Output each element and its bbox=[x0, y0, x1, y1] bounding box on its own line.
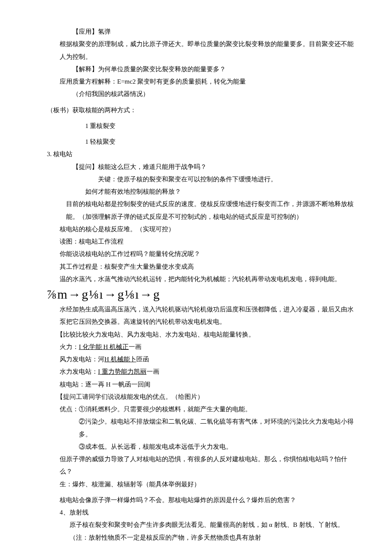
paragraph: 读图：核电站工作流程 bbox=[47, 235, 354, 248]
paragraph: 应用质量方程解释：E=mc2 聚变时有更多的质量损耗，转化为能量 bbox=[47, 76, 354, 88]
heading-question: 【提问工请同学们说说核能发电的优点。（给图片） bbox=[47, 391, 354, 403]
paragraph: （介绍我国的核武器情况） bbox=[47, 88, 354, 100]
heading-application: 【应用】氢弹 bbox=[47, 26, 354, 38]
paragraph: 原子核在裂变和聚变时会产生许多肉眼无法看见、能量很高的射线，如 α 射线、B 射… bbox=[47, 519, 354, 544]
paragraph: 水经加热生成高温高压蒸汽，送入汽轮机驱动汽轮机做功后温度和压强都降低，进入冷凝器… bbox=[47, 303, 354, 328]
line-wind: 风力发电站：河H 机械能卜匝函 bbox=[47, 353, 354, 366]
underline-text: I 化学能 H 机械正 bbox=[79, 343, 129, 350]
underline-text: I 重力势能力凯丽 bbox=[98, 368, 147, 375]
paragraph: 温的水蒸汽，水蒸气推动汽轮机运转，把内能转化为机械能；汽轮机再带动发电机发电，得… bbox=[47, 273, 354, 285]
section-heading-3: 3. 核电站 bbox=[47, 148, 354, 160]
paragraph: 根据核聚变的原理制成，威力比原子弹还大。即单位质量的聚变比裂变释放的能量要多。目… bbox=[47, 38, 354, 63]
section-heading-4: 4、放射线 bbox=[47, 506, 354, 519]
paragraph: 其工作过程是：核裂变产生大量热量使水变成高 bbox=[47, 261, 354, 273]
line-hydro: 水力发电站：I 重力势能力凯丽一画 bbox=[47, 366, 354, 378]
text: 匝函 bbox=[136, 356, 149, 363]
paragraph: 核电站的核心是核反应堆。（实现可控） bbox=[47, 223, 354, 235]
paragraph: 核电站会像原子弹一样爆炸吗？不会。那核电站爆炸的原因是什么？爆炸后的危害？ bbox=[47, 494, 354, 506]
paragraph: 如何才能有效地控制核能的释放？ bbox=[47, 186, 354, 198]
paragraph: 关键：使原子核的裂变和聚变在可以控制的条件下缓慢地进行。 bbox=[47, 173, 354, 186]
label: 火力： bbox=[60, 343, 79, 350]
list-item: 1 轻核聚变 bbox=[47, 136, 354, 148]
paragraph: 你能说说核电站的工作过程吗？能量转化情况呢？ bbox=[47, 248, 354, 260]
text: 一画 bbox=[129, 343, 141, 350]
heading-question: 【提问】核能这么巨大，难道只能用于战争吗？ bbox=[47, 161, 354, 173]
heading-compare: 【比较比较火力发电站、风力发电站、水力发电站、核电站能量转换。 bbox=[47, 328, 354, 341]
formula-line: ⅞m→g⅛ı→g⅛ı→g bbox=[47, 285, 354, 303]
advantage-1: 优点：①消耗燃料少。只需要很少的核燃料，就能产生大量的电能。 bbox=[47, 403, 354, 416]
advantage-2: ②污染少。核电站不排放烟尘和二氧化碳、二氧化硫等有害气体，对环境的污染比火力发电… bbox=[47, 416, 354, 441]
list-item: 1 重核裂变 bbox=[47, 120, 354, 132]
board-heading: （板书）获取核能的两种方式： bbox=[47, 104, 354, 116]
student-answer: 生：爆炸、核泄漏、核辐射等（能具体举例最好） bbox=[47, 478, 354, 491]
advantage-3: ③成本低。从长远看，核能发电成本远低于火力发电。 bbox=[47, 441, 354, 453]
heading-explain: 【解释】为何单位质量的聚变比裂变释放的能量要多？ bbox=[47, 63, 354, 76]
underline-text: H 机械能卜 bbox=[104, 356, 136, 363]
label: 水力发电站： bbox=[60, 368, 98, 375]
text: 一画 bbox=[147, 368, 159, 375]
paragraph: 但原子弹的威慑力导致了人对核电站的恐惧，有很多的人反对建核电站。那么，你惧怕核电… bbox=[47, 453, 354, 478]
paragraph: 目前的核电站都是控制裂变的链式反应的速度。使核反应缓慢地进行裂变而工作，并源源不… bbox=[47, 198, 354, 223]
line-nuclear: 核电站：逐一再 H 一帆函一回闺 bbox=[47, 378, 354, 391]
label: 风力发电站：河 bbox=[60, 356, 104, 363]
line-fire: 火力：I 化学能 H 机械正一画 bbox=[47, 341, 354, 353]
